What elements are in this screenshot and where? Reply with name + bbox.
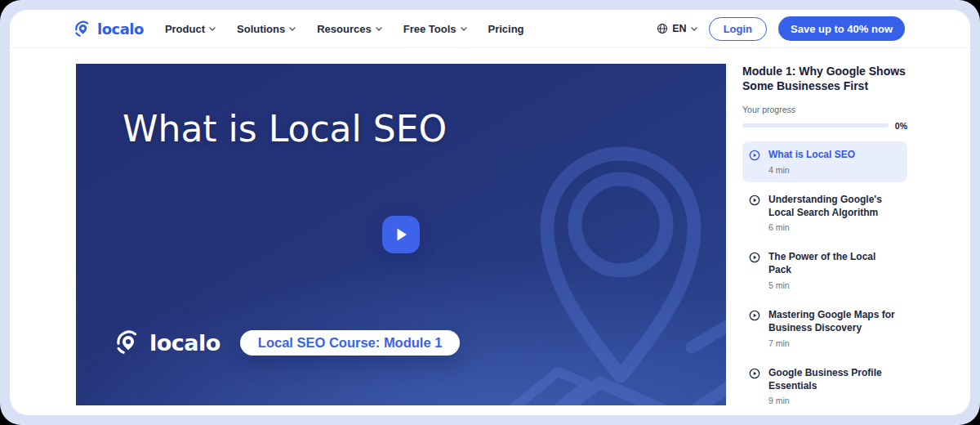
lesson-text: The Power of the Local Pack5 min [768,251,901,290]
progress-label: Your progress [742,105,907,114]
page: localo ProductSolutionsResourcesFree Too… [10,10,970,415]
video-logo-wordmark: localo [149,330,220,356]
map-pin-watermark-icon [486,106,726,405]
play-circle-icon [749,368,760,379]
nav-left: localo ProductSolutionsResourcesFree Too… [74,20,524,38]
lesson-item[interactable]: Understanding Google's Local Search Algo… [742,186,907,240]
video-localo-logo: localo [114,329,220,356]
chevron-down-icon [691,27,697,31]
chevron-down-icon [461,27,467,31]
nav-item-label: Resources [317,23,371,35]
play-circle-icon [749,195,760,206]
video-footer: localo Local SEO Course: Module 1 [114,329,460,356]
language-label: EN [672,23,686,34]
nav-right: EN Login Save up to 40% now [657,16,905,41]
play-button[interactable] [382,216,420,253]
lesson-duration: 5 min [768,280,901,290]
chevron-down-icon [376,27,382,31]
lesson-duration: 9 min [768,396,901,405]
nav-item-product[interactable]: Product [165,23,216,35]
globe-icon [657,23,668,34]
save-discount-button[interactable]: Save up to 40% now [778,16,905,41]
login-button[interactable]: Login [709,17,767,41]
progress-bar [742,123,889,128]
lesson-duration: 6 min [768,222,901,232]
nav-item-solutions[interactable]: Solutions [237,23,296,35]
lesson-list: What is Local SEO4 minUnderstanding Goog… [742,141,907,415]
progress-row: 0% [742,121,907,131]
course-sidebar: Module 1: Why Google Shows Some Business… [742,64,907,415]
chevron-down-icon [289,27,296,31]
lesson-item[interactable]: Google Business Profile Essentials9 min [742,360,907,414]
logo-wordmark: localo [97,20,144,38]
lesson-title: Google Business Profile Essentials [768,367,901,393]
course-module-badge: Local SEO Course: Module 1 [240,330,461,356]
play-circle-icon [749,150,760,161]
lesson-title: What is Local SEO [768,149,855,162]
lesson-title: Mastering Google Maps for Business Disco… [768,309,901,335]
lesson-text: Mastering Google Maps for Business Disco… [768,309,901,348]
content-row: What is Local SEO [10,48,970,415]
top-nav: localo ProductSolutionsResourcesFree Too… [10,10,970,48]
nav-item-pricing[interactable]: Pricing [488,23,524,35]
nav-menu: ProductSolutionsResourcesFree ToolsPrici… [165,23,524,35]
chevron-down-icon [209,27,216,31]
nav-item-label: Free Tools [403,23,457,35]
localo-pin-icon-white [114,329,142,356]
nav-item-label: Pricing [488,23,524,35]
lesson-duration: 4 min [768,165,855,175]
progress-value: 0% [895,121,907,131]
play-circle-icon [749,310,760,321]
lesson-item[interactable]: What is Local SEO4 min [742,141,907,182]
nav-item-label: Solutions [237,23,285,35]
nav-item-resources[interactable]: Resources [317,23,381,35]
lesson-title: Understanding Google's Local Search Algo… [768,194,901,220]
lesson-text: Google Business Profile Essentials9 min [768,367,901,406]
play-icon [394,227,408,242]
browser-frame: localo ProductSolutionsResourcesFree Too… [0,0,980,425]
lesson-text: What is Local SEO4 min [768,149,855,175]
module-title: Module 1: Why Google Shows Some Business… [742,64,907,94]
language-selector[interactable]: EN [657,23,697,34]
video-player[interactable]: What is Local SEO [76,64,726,405]
lesson-item[interactable]: The Power of the Local Pack5 min [742,244,907,298]
lesson-duration: 7 min [768,338,901,348]
nav-item-free-tools[interactable]: Free Tools [403,23,467,35]
lesson-item[interactable]: Mastering Google Maps for Business Disco… [742,302,907,356]
lesson-title: The Power of the Local Pack [768,251,901,277]
lesson-text: Understanding Google's Local Search Algo… [768,194,901,233]
nav-item-label: Product [165,23,205,35]
video-title: What is Local SEO [122,105,506,154]
localo-logo[interactable]: localo [74,20,144,38]
play-circle-icon [749,252,760,263]
localo-pin-icon [74,20,92,38]
